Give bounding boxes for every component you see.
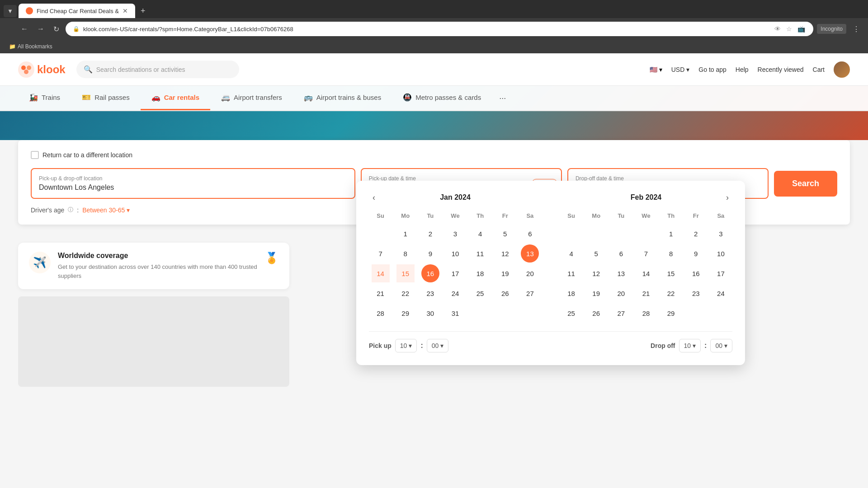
tab-switcher[interactable]: ▼ [4,5,17,17]
nav-tab-airport-trains[interactable]: 🚌 Airport trains & buses [293,86,392,110]
jan-day-25[interactable]: 25 [471,284,489,302]
recently-viewed-link[interactable]: Recently viewed [758,66,804,73]
jan-day-1[interactable]: 1 [396,225,415,243]
feb-day-13[interactable]: 13 [612,264,630,282]
feb-day-28[interactable]: 28 [637,304,655,322]
tab-close-button[interactable]: ✕ [123,7,128,14]
jan-day-6[interactable]: 6 [521,225,539,243]
feb-day-10[interactable]: 10 [712,244,730,263]
logo[interactable]: klook [18,61,66,78]
reload-button[interactable]: ↻ [51,23,62,35]
jan-day-26[interactable]: 26 [496,284,514,302]
feb-day-16[interactable]: 16 [687,264,705,282]
feb-day-15[interactable]: 15 [662,264,680,282]
jan-day-21[interactable]: 21 [372,284,390,302]
jan-day-14[interactable]: 14 [372,264,390,282]
jan-day-29[interactable]: 29 [396,304,415,322]
pickup-hour-select[interactable]: 10 ▾ [395,339,417,352]
jan-day-9[interactable]: 9 [421,244,439,263]
goto-app-link[interactable]: Go to app [698,66,726,73]
feb-day-3[interactable]: 3 [712,225,730,243]
jan-day-3[interactable]: 3 [446,225,464,243]
feb-day-25[interactable]: 25 [562,304,580,322]
all-bookmarks-button[interactable]: 📁 All Bookmarks [5,42,56,52]
forward-button[interactable]: → [34,23,47,35]
feb-day-29[interactable]: 29 [662,304,680,322]
dropoff-hour-select[interactable]: 10 ▾ [679,339,701,352]
prev-month-button[interactable]: ‹ [369,191,379,204]
help-link[interactable]: Help [736,66,749,73]
dropoff-minute-select[interactable]: 00 ▾ [710,339,732,352]
nav-tab-rail-passes[interactable]: 🎫 Rail passes [71,86,141,110]
jan-day-17[interactable]: 17 [446,264,464,282]
driver-age-select[interactable]: Between 30-65 ▾ [82,206,130,214]
menu-button[interactable]: ⋮ [850,23,863,35]
feb-day-18[interactable]: 18 [562,284,580,302]
language-selector[interactable]: 🇺🇸 ▾ [650,66,662,73]
feb-day-17[interactable]: 17 [712,264,730,282]
nav-tab-metro-passes[interactable]: 🚇 Metro passes & cards [392,86,492,110]
eye-slash-icon[interactable]: 👁 [774,24,782,33]
jan-day-20[interactable]: 20 [521,264,539,282]
driver-age-info-icon[interactable]: ⓘ [68,206,73,214]
jan-day-8[interactable]: 8 [396,244,415,263]
cast-icon[interactable]: 📺 [797,24,806,33]
nav-tab-trains[interactable]: 🚂 Trains [18,86,71,110]
new-tab-button[interactable]: + [137,5,149,18]
feb-day-23[interactable]: 23 [687,284,705,302]
back-button[interactable]: ← [18,23,31,35]
search-button[interactable]: Search [774,171,837,197]
return-location-label[interactable]: Return car to a different location [42,151,132,159]
feb-day-22[interactable]: 22 [662,284,680,302]
feb-day-24[interactable]: 24 [712,284,730,302]
jan-day-10[interactable]: 10 [446,244,464,263]
nav-more-button[interactable]: ··· [492,86,513,110]
jan-day-12[interactable]: 12 [496,244,514,263]
feb-day-19[interactable]: 19 [587,284,605,302]
header-search-bar[interactable]: 🔍 Search destinations or activities [76,61,239,78]
jan-day-13[interactable]: 13 [521,244,539,263]
feb-day-9[interactable]: 9 [687,244,705,263]
feb-day-2[interactable]: 2 [687,225,705,243]
pickup-minute-select[interactable]: 00 ▾ [427,339,449,352]
address-bar[interactable]: 🔒 klook.com/en-US/car-rentals/?spm=Home.… [66,22,813,36]
feb-day-8[interactable]: 8 [662,244,680,263]
jan-day-7[interactable]: 7 [372,244,390,263]
feb-day-21[interactable]: 21 [637,284,655,302]
jan-day-4[interactable]: 4 [471,225,489,243]
feb-day-11[interactable]: 11 [562,264,580,282]
feb-day-12[interactable]: 12 [587,264,605,282]
browser-tab-active[interactable]: Find Cheap Car Rental Deals & ✕ [19,4,135,18]
jan-day-28[interactable]: 28 [372,304,390,322]
jan-day-22[interactable]: 22 [396,284,415,302]
jan-day-19[interactable]: 19 [496,264,514,282]
jan-day-15[interactable]: 15 [396,264,415,282]
feb-day-14[interactable]: 14 [637,264,655,282]
feb-day-26[interactable]: 26 [587,304,605,322]
user-avatar[interactable] [834,61,850,78]
jan-day-11[interactable]: 11 [471,244,489,263]
jan-day-16[interactable]: 16 [421,264,439,282]
feb-day-1[interactable]: 1 [662,225,680,243]
feb-day-4[interactable]: 4 [562,244,580,263]
currency-selector[interactable]: USD ▾ [671,66,690,73]
pickup-location-field[interactable]: Pick-up & drop-off location Downtown Los… [31,168,355,199]
jan-day-27[interactable]: 27 [521,284,539,302]
jan-day-2[interactable]: 2 [421,225,439,243]
feb-day-6[interactable]: 6 [612,244,630,263]
cart-link[interactable]: Cart [813,66,825,73]
feb-day-7[interactable]: 7 [637,244,655,263]
jan-day-23[interactable]: 23 [421,284,439,302]
jan-day-24[interactable]: 24 [446,284,464,302]
nav-tab-car-rentals[interactable]: 🚗 Car rentals [141,86,210,110]
jan-day-31[interactable]: 31 [446,304,464,322]
feb-day-27[interactable]: 27 [612,304,630,322]
feb-day-5[interactable]: 5 [587,244,605,263]
return-location-checkbox[interactable] [31,151,39,159]
jan-day-30[interactable]: 30 [421,304,439,322]
jan-day-18[interactable]: 18 [471,264,489,282]
jan-day-5[interactable]: 5 [496,225,514,243]
feb-day-20[interactable]: 20 [612,284,630,302]
star-icon[interactable]: ☆ [785,24,793,33]
nav-tab-airport-transfers[interactable]: 🚐 Airport transfers [210,86,293,110]
